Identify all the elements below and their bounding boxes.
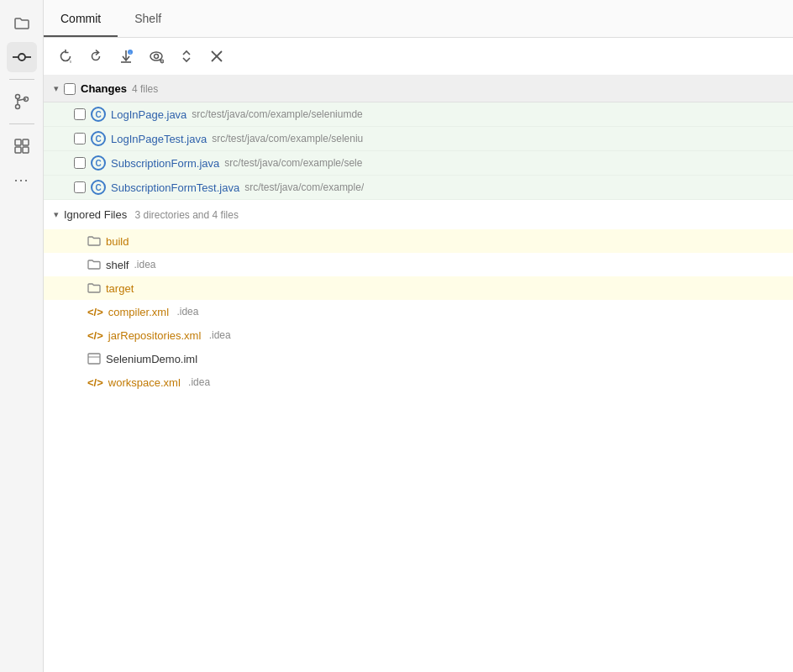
loginpagetest-filename: LogInPageTest.java [111, 133, 207, 145]
folder-build-icon [87, 234, 101, 248]
xml-workspace-icon: </> [87, 376, 103, 389]
loginpage-c-icon: C [91, 107, 106, 122]
svg-rect-9 [15, 147, 21, 153]
shelf-subpath: .idea [134, 259, 155, 270]
svg-rect-8 [23, 139, 29, 145]
file-item-loginpage[interactable]: C LogInPage.java src/test/java/com/examp… [44, 102, 793, 127]
sidebar-commit-icon[interactable] [7, 42, 37, 72]
ignored-item-selenium-iml[interactable]: SeleniumDemo.iml [44, 347, 793, 370]
compiler-xml-subpath: .idea [174, 306, 198, 318]
tab-commit[interactable]: Commit [44, 0, 118, 37]
ignored-item-compiler[interactable]: </> compiler.xml .idea [44, 300, 793, 323]
sidebar-more-icon[interactable]: ··· [7, 165, 37, 195]
sidebar-branch-icon[interactable] [7, 87, 37, 117]
workspace-xml-subpath: .idea [186, 376, 210, 388]
ignored-section-header: ▾ Ignored Files 3 directories and 4 file… [44, 200, 793, 229]
loginpagetest-c-icon: C [91, 131, 106, 146]
subscriptionformtest-filename: SubscriptionFormTest.java [111, 181, 239, 194]
subscriptionform-filename: SubscriptionForm.java [111, 157, 219, 170]
sidebar: ··· [0, 0, 44, 672]
loginpage-filename: LogInPage.java [111, 108, 186, 121]
xml-jarrepos-icon: </> [87, 329, 103, 342]
subscriptionform-checkbox[interactable] [74, 157, 86, 169]
content-area: ▾ Changes 4 files C LogInPage.java src/t… [44, 76, 793, 672]
subscriptionform-c-icon: C [91, 155, 106, 171]
svg-text:+: + [161, 58, 164, 63]
file-item-loginpagetest[interactable]: C LogInPageTest.java src/test/java/com/e… [44, 127, 793, 151]
shelf-folder-name: shelf [106, 259, 129, 271]
changes-chevron[interactable]: ▾ [54, 83, 59, 94]
expand-button[interactable] [175, 45, 198, 68]
update-button[interactable]: ↓ [114, 45, 138, 68]
svg-point-4 [15, 105, 19, 109]
svg-rect-10 [23, 147, 29, 153]
loginpagetest-filepath: src/test/java/com/example/seleniu [212, 133, 363, 144]
ignored-chevron[interactable]: ▾ [54, 209, 59, 220]
toolbar: ↓ + [44, 38, 793, 76]
ignored-item-build[interactable]: build [44, 229, 793, 253]
changes-select-all-checkbox[interactable] [64, 83, 76, 95]
svg-rect-7 [15, 139, 21, 145]
subscriptionformtest-checkbox[interactable] [74, 181, 86, 193]
sidebar-component-icon[interactable] [7, 131, 37, 161]
iml-selenium-icon [87, 352, 101, 365]
svg-text:↓: ↓ [129, 50, 132, 55]
svg-point-3 [15, 95, 19, 99]
folder-target-icon [87, 281, 101, 295]
show-diff-button[interactable]: + [144, 45, 168, 68]
tab-shelf[interactable]: Shelf [118, 0, 178, 37]
selenium-iml-name: SeleniumDemo.iml [106, 353, 197, 365]
loginpagetest-checkbox[interactable] [74, 133, 86, 144]
sidebar-divider-1 [9, 79, 34, 80]
svg-rect-23 [88, 354, 100, 364]
main-panel: Commit Shelf ↓ [44, 0, 793, 672]
svg-point-17 [155, 55, 159, 59]
sidebar-divider-2 [9, 123, 34, 124]
target-folder-name: target [106, 282, 134, 295]
ignored-item-workspace[interactable]: </> workspace.xml .idea [44, 370, 793, 394]
workspace-xml-name: workspace.xml [108, 376, 181, 389]
changes-count: 4 files [132, 83, 158, 95]
file-item-subscriptionform[interactable]: C SubscriptionForm.java src/test/java/co… [44, 151, 793, 176]
compiler-xml-name: compiler.xml [108, 306, 169, 318]
subscriptionformtest-filepath: src/test/java/com/example/ [244, 181, 364, 193]
loginpage-checkbox[interactable] [74, 108, 86, 120]
file-item-subscriptionformtest[interactable]: C SubscriptionFormTest.java src/test/jav… [44, 176, 793, 200]
ignored-item-shelf[interactable]: shelf .idea [44, 253, 793, 276]
build-folder-name: build [106, 235, 129, 248]
jar-repos-xml-subpath: .idea [206, 329, 230, 341]
subscriptionformtest-c-icon: C [91, 180, 106, 195]
svg-point-0 [18, 54, 25, 60]
loginpage-filepath: src/test/java/com/example/seleniumde [192, 108, 362, 120]
ignored-count: 3 directories and 4 files [132, 209, 239, 221]
jar-repos-xml-name: jarRepositories.xml [108, 329, 202, 342]
rollback-button[interactable] [84, 45, 108, 68]
changes-section-header: ▾ Changes 4 files [44, 76, 793, 102]
refresh-button[interactable] [54, 45, 77, 68]
xml-compiler-icon: </> [87, 306, 103, 318]
ignored-title: Ignored Files [64, 208, 127, 221]
close-button[interactable] [205, 45, 228, 68]
folder-shelf-icon [87, 258, 101, 271]
sidebar-folder-icon[interactable] [7, 8, 37, 39]
changes-title: Changes [81, 82, 127, 95]
ignored-item-target[interactable]: target [44, 276, 793, 300]
tab-bar: Commit Shelf [44, 0, 793, 38]
subscriptionform-filepath: src/test/java/com/example/sele [224, 157, 362, 169]
ignored-item-jar-repos[interactable]: </> jarRepositories.xml .idea [44, 323, 793, 347]
